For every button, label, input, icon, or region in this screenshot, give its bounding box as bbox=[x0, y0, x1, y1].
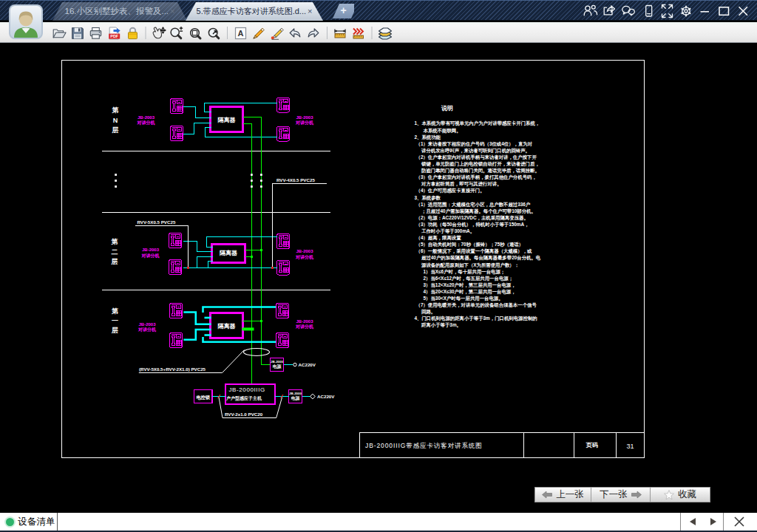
svg-text:第: 第 bbox=[112, 106, 119, 114]
svg-text:二: 二 bbox=[112, 248, 118, 256]
svg-text:对讲分机: 对讲分机 bbox=[295, 120, 313, 126]
svg-text:隔离器: 隔离器 bbox=[218, 322, 236, 330]
svg-text:（7）使用电暖开关，对讲单元的设备组合须基本一个信号: （7）使用电暖开关，对讲单元的设备组合须基本一个信号 bbox=[416, 302, 537, 308]
svg-text:3）当12<X≤20户时，第三层共用一台电源，: 3）当12<X≤20户时，第三层共用一台电源， bbox=[424, 282, 516, 288]
svg-text:对方拿起听筒后，即可与其进行对讲。: 对方拿起听筒后，即可与其进行对讲。 bbox=[421, 181, 502, 187]
svg-text:电控锁: 电控锁 bbox=[196, 395, 210, 400]
svg-text:户户型感应子主机: 户户型感应子主机 bbox=[225, 395, 262, 401]
svg-text:N: N bbox=[113, 117, 118, 124]
svg-text:RVV-2x1.0 PVC20: RVV-2x1.0 PVC20 bbox=[225, 412, 263, 417]
svg-text:A: A bbox=[238, 29, 244, 38]
svg-text:层: 层 bbox=[112, 126, 119, 134]
svg-text:3、系统参数: 3、系统参数 bbox=[415, 195, 441, 201]
svg-text:（6）一般情况下，采用设置一个隔离器（大规模），或: （6）一般情况下，采用设置一个隔离器（大规模），或 bbox=[416, 248, 533, 254]
svg-text:AC220V: AC220V bbox=[299, 362, 316, 367]
svg-text:（4）住户可用感应卡直接开门。: （4）住户可用感应卡直接开门。 bbox=[416, 188, 485, 194]
svg-text:2、系统功能: 2、系统功能 bbox=[415, 134, 441, 140]
svg-text:对讲分机: 对讲分机 bbox=[295, 254, 313, 260]
svg-text:说明: 说明 bbox=[441, 105, 453, 112]
svg-text:第: 第 bbox=[111, 238, 118, 245]
svg-text:RVV-4X0.5 PVC25: RVV-4X0.5 PVC25 bbox=[276, 177, 315, 183]
svg-text:对讲分机: 对讲分机 bbox=[141, 253, 160, 259]
svg-text:1）当X≤6户时，每十层共用一台电源；: 1）当X≤6户时，每十层共用一台电源； bbox=[424, 269, 506, 275]
svg-text:AC220V: AC220V bbox=[317, 394, 335, 399]
svg-text:对讲分机: 对讲分机 bbox=[137, 120, 155, 126]
svg-text:距离小于等于3m。: 距离小于等于3m。 bbox=[421, 322, 461, 328]
svg-text:JB-2000: JB-2000 bbox=[271, 360, 283, 364]
svg-text:JB-2000IIIG带感应卡访客对讲系统图: JB-2000IIIG带感应卡访客对讲系统图 bbox=[365, 442, 483, 449]
svg-text:(RVV-5X0.5+RVV-2X1.0) PVC25: (RVV-5X0.5+RVV-2X1.0) PVC25 bbox=[139, 366, 206, 372]
svg-text:一: 一 bbox=[112, 317, 118, 324]
svg-text:JB-2003: JB-2003 bbox=[296, 249, 313, 253]
svg-text:（3）住户拿起室内对讲机手柄，拨打其他住户分机号码，: （3）住户拿起室内对讲机手柄，拨打其他住户分机号码， bbox=[416, 174, 537, 180]
svg-text:JB-2003: JB-2003 bbox=[296, 319, 313, 324]
svg-text:JB-2000: JB-2000 bbox=[289, 392, 302, 395]
svg-text:对讲分机: 对讲分机 bbox=[295, 324, 313, 330]
svg-text:讲分机发出呼叫声，来访者可听到门口机的回铃声。: 讲分机发出呼叫声，来访者可听到门口机的回铃声。 bbox=[421, 148, 530, 154]
svg-text:5）当30<X户时每一层共用一台电源。: 5）当30<X户时每一层共用一台电源。 bbox=[424, 296, 503, 301]
svg-text:工作时小于等于300mA。: 工作时小于等于300mA。 bbox=[421, 228, 475, 234]
svg-text:JB-2003: JB-2003 bbox=[142, 248, 160, 252]
svg-text:JB-2003: JB-2003 bbox=[296, 115, 313, 120]
svg-text:4、门口机到电源的距离小于等于3m，门口机到电源控制的: 4、门口机到电源的距离小于等于3m，门口机到电源控制的 bbox=[415, 316, 537, 321]
svg-text:防盗门靠闭门器自动将门关闭。通话完毕后，话筒挂断。: 防盗门靠闭门器自动将门关闭。通话完毕后，话筒挂断。 bbox=[421, 168, 540, 174]
svg-text:31: 31 bbox=[627, 443, 634, 450]
svg-text:2）当6<X≤12户时，每五层共用一台电源；: 2）当6<X≤12户时，每五层共用一台电源； bbox=[424, 276, 514, 282]
svg-text:JB-2000IIIG: JB-2000IIIG bbox=[229, 386, 265, 393]
svg-text:层: 层 bbox=[111, 327, 118, 334]
svg-text:对讲分机: 对讲分机 bbox=[138, 327, 156, 332]
svg-text:；且超过40户需加装隔离器。每个住户可带10部分机。: ；且超过40户需加装隔离器。每个住户可带10部分机。 bbox=[421, 208, 536, 214]
svg-text:锁键，单元防盗门上的电控锁自动打开，来访者进门后，: 锁键，单元防盗门上的电控锁自动打开，来访者进门后， bbox=[421, 161, 540, 167]
svg-text:JB-2003: JB-2003 bbox=[138, 115, 155, 120]
svg-text:（1）适用范围：大规模住宅小区，总户数不超过336户: （1）适用范围：大规模住宅小区，总户数不超过336户 bbox=[416, 202, 531, 208]
svg-text:（2）电源：AC220V/12VDC，主机采用隔离变压器。: （2）电源：AC220V/12VDC，主机采用隔离变压器。 bbox=[416, 215, 529, 221]
svg-text:JB-2003: JB-2003 bbox=[138, 322, 156, 327]
svg-text:PDF: PDF bbox=[110, 34, 118, 38]
svg-text:电源: 电源 bbox=[291, 395, 301, 401]
svg-text:隔离器: 隔离器 bbox=[218, 116, 236, 123]
svg-text:（4）超高，限高设置: （4）超高，限高设置 bbox=[416, 235, 462, 241]
svg-text:回路。: 回路。 bbox=[421, 309, 435, 315]
svg-text:（5）自动关机时间：70秒（振铃）；75秒（通话）: （5）自动关机时间：70秒（振铃）；75秒（通话） bbox=[416, 242, 524, 248]
svg-text:超过40户的加装隔离器。每台隔离器最多带20台分机。电: 超过40户的加装隔离器。每台隔离器最多带20台分机。电 bbox=[421, 255, 541, 261]
svg-text:1、本系统为带有可视单元内户为户对讲带感应卡开门系统，: 1、本系统为带有可视单元内户为户对讲带感应卡开门系统， bbox=[415, 120, 540, 126]
svg-text:层: 层 bbox=[111, 258, 118, 265]
svg-text:（3）功耗（每50台分机），待机时小于等于150mA，: （3）功耗（每50台分机），待机时小于等于150mA， bbox=[416, 222, 529, 228]
svg-text:页码: 页码 bbox=[585, 442, 598, 449]
svg-text:RVV-5X0.5 PVC25: RVV-5X0.5 PVC25 bbox=[138, 219, 176, 225]
svg-text:（1）来访者按下相应的住户号码（3位或4位），直为对: （1）来访者按下相应的住户号码（3位或4位），直为对 bbox=[416, 141, 533, 147]
svg-text:（2）住户拿起室内对讲机手柄与来访者对讲，住户按下开: （2）住户拿起室内对讲机手柄与来访者对讲，住户按下开 bbox=[416, 154, 537, 160]
svg-text:源设备的配用原则如下（X为所需使用户数）：: 源设备的配用原则如下（X为所需使用户数）： bbox=[421, 262, 519, 268]
svg-text:本系统不能联网。: 本系统不能联网。 bbox=[423, 128, 461, 134]
svg-text:第: 第 bbox=[111, 307, 118, 315]
svg-text:电源: 电源 bbox=[273, 364, 282, 369]
svg-text:隔离器: 隔离器 bbox=[220, 249, 237, 256]
svg-text:4）当20<X≤30户时，第二层共用一台电源，: 4）当20<X≤30户时，第二层共用一台电源， bbox=[424, 289, 516, 295]
